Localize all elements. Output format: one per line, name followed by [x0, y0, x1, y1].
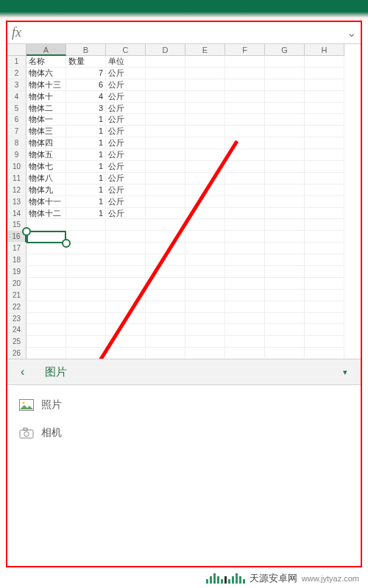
cell-H20[interactable] [305, 278, 344, 290]
dropdown-icon[interactable]: ▾ [337, 365, 353, 380]
row-header-18[interactable]: 18 [7, 254, 26, 266]
cell-G22[interactable] [265, 301, 305, 313]
row-header-20[interactable]: 20 [7, 278, 26, 290]
cell-D9[interactable] [146, 149, 185, 161]
cell-C12[interactable]: 公斤 [106, 184, 146, 196]
cell-A1[interactable]: 名称 [26, 56, 66, 68]
cell-C18[interactable] [106, 254, 146, 266]
row-header-4[interactable]: 4 [7, 91, 26, 103]
menu-item-camera[interactable]: 相机 [16, 419, 352, 447]
cell-A8[interactable]: 物体四 [26, 137, 66, 149]
cell-G12[interactable] [265, 184, 305, 196]
cell-E23[interactable] [185, 313, 225, 325]
cell-B6[interactable]: 1 [66, 114, 106, 126]
cell-H26[interactable] [305, 348, 344, 359]
cell-D11[interactable] [146, 173, 185, 184]
cell-G21[interactable] [265, 290, 305, 301]
cell-H18[interactable] [305, 254, 344, 266]
cell-H16[interactable] [305, 231, 344, 243]
cell-C5[interactable]: 公斤 [106, 103, 146, 115]
cell-A15[interactable] [26, 219, 66, 231]
row-header-2[interactable]: 2 [7, 68, 26, 79]
cell-A2[interactable]: 物体六 [26, 68, 66, 79]
row-header-25[interactable]: 25 [7, 336, 26, 348]
column-header-E[interactable]: E [185, 44, 225, 56]
column-header-H[interactable]: H [305, 44, 344, 56]
cell-A24[interactable] [26, 324, 66, 336]
cell-E13[interactable] [185, 196, 225, 208]
row-header-26[interactable]: 26 [7, 348, 26, 359]
cell-H19[interactable] [305, 266, 344, 278]
back-icon[interactable]: ‹ [15, 362, 30, 381]
row-header-10[interactable]: 10 [7, 161, 26, 173]
cell-H10[interactable] [305, 161, 344, 173]
column-header-C[interactable]: C [106, 44, 146, 56]
chevron-down-icon[interactable]: ⌄ [347, 26, 356, 40]
cell-E19[interactable] [185, 266, 225, 278]
cell-B16[interactable] [66, 231, 106, 243]
cell-A4[interactable]: 物体十 [26, 91, 66, 103]
cell-H17[interactable] [305, 243, 344, 254]
cell-B18[interactable] [66, 254, 106, 266]
cell-B24[interactable] [66, 324, 106, 336]
cell-A14[interactable]: 物体十二 [26, 208, 66, 220]
cell-C25[interactable] [106, 336, 146, 348]
cell-G26[interactable] [265, 348, 305, 359]
select-all-corner[interactable] [7, 44, 26, 56]
cell-E11[interactable] [185, 173, 225, 184]
row-header-17[interactable]: 17 [7, 243, 26, 254]
cell-F4[interactable] [225, 91, 265, 103]
cell-E15[interactable] [185, 219, 225, 231]
cell-E26[interactable] [185, 348, 225, 359]
cell-B8[interactable]: 1 [66, 137, 106, 149]
row-header-6[interactable]: 6 [7, 114, 26, 126]
cell-E4[interactable] [185, 91, 225, 103]
cell-G20[interactable] [265, 278, 305, 290]
cell-B21[interactable] [66, 290, 106, 301]
cell-H8[interactable] [305, 137, 344, 149]
cell-D19[interactable] [146, 266, 185, 278]
cell-A10[interactable]: 物体七 [26, 161, 66, 173]
cell-B14[interactable]: 1 [66, 208, 106, 220]
cell-B22[interactable] [66, 301, 106, 313]
cell-G18[interactable] [265, 254, 305, 266]
cell-G23[interactable] [265, 313, 305, 325]
cell-G15[interactable] [265, 219, 305, 231]
column-header-D[interactable]: D [146, 44, 185, 56]
cell-D2[interactable] [146, 68, 185, 79]
cell-D12[interactable] [146, 184, 185, 196]
row-header-12[interactable]: 12 [7, 184, 26, 196]
formula-bar[interactable]: fx ⌄ [7, 22, 361, 44]
cell-D21[interactable] [146, 290, 185, 301]
cell-G4[interactable] [265, 91, 305, 103]
cell-D23[interactable] [146, 313, 185, 325]
cell-H22[interactable] [305, 301, 344, 313]
cell-D1[interactable] [146, 56, 185, 68]
cell-B7[interactable]: 1 [66, 126, 106, 137]
cell-D16[interactable] [146, 231, 185, 243]
cell-C10[interactable]: 公斤 [106, 161, 146, 173]
cell-A25[interactable] [26, 336, 66, 348]
cell-H11[interactable] [305, 173, 344, 184]
cell-H25[interactable] [305, 336, 344, 348]
cell-C22[interactable] [106, 301, 146, 313]
cell-B11[interactable]: 1 [66, 173, 106, 184]
cell-G9[interactable] [265, 149, 305, 161]
row-header-11[interactable]: 11 [7, 173, 26, 184]
cell-B4[interactable]: 4 [66, 91, 106, 103]
cell-B15[interactable] [66, 219, 106, 231]
cell-E5[interactable] [185, 103, 225, 115]
cell-C6[interactable]: 公斤 [106, 114, 146, 126]
cell-D4[interactable] [146, 91, 185, 103]
cell-H12[interactable] [305, 184, 344, 196]
cell-B23[interactable] [66, 313, 106, 325]
cell-A21[interactable] [26, 290, 66, 301]
cell-G19[interactable] [265, 266, 305, 278]
cell-G16[interactable] [265, 231, 305, 243]
spreadsheet[interactable]: ABCDEFGH 1234567891011121314151617181920… [7, 44, 361, 359]
cell-A26[interactable] [26, 348, 66, 359]
cell-F17[interactable] [225, 243, 265, 254]
cell-D25[interactable] [146, 336, 185, 348]
cell-E17[interactable] [185, 243, 225, 254]
cell-D5[interactable] [146, 103, 185, 115]
